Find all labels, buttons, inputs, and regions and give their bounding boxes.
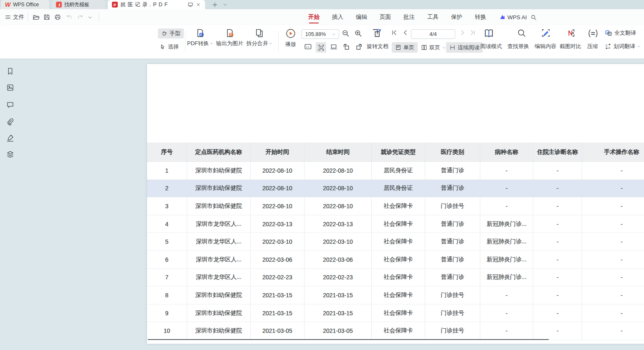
search-icon[interactable] [530,9,537,25]
new-tab-icon[interactable] [210,0,219,9]
table-cell: - [582,322,644,340]
wps-ai-button[interactable]: WPS AI [499,9,527,25]
undo-icon[interactable] [66,9,73,25]
menu-bar: 文件 开始 插入 编辑 页面 批注 工具 保护 转换 WPS AI [0,9,644,25]
play-button[interactable]: 播放 [282,28,299,48]
table-cell: 2022-03-10 [304,233,372,251]
first-page-icon[interactable] [391,29,398,36]
menu-tab-home[interactable]: 开始 [308,9,319,25]
tab-docer-templates[interactable]: 找稻壳模板 [52,0,105,9]
table-cell: 深圳市龙华区人... [187,215,251,233]
actual-size-button[interactable]: 1:1 [304,43,312,51]
menu-tab-convert[interactable]: 转换 [475,9,486,25]
column-header: 手术操作名称 [582,143,644,162]
bookmark-icon[interactable] [5,66,15,76]
rotate-pages-icon[interactable] [372,28,382,38]
menu-tab-edit[interactable]: 编辑 [356,9,367,25]
attachment-icon[interactable] [5,116,15,126]
table-cell: - [533,197,582,215]
zoom-out-icon[interactable] [342,29,350,37]
column-header: 医疗类别 [425,143,480,162]
chevron-down-icon [210,42,213,45]
menu-tab-annotate[interactable]: 批注 [403,9,415,25]
table-cell: - [582,304,644,322]
table-cell: 社会保障卡 [372,251,425,269]
fit-width-button[interactable] [316,42,326,53]
table-row: 4深圳市龙华区人...2022-03-132022-03-13社会保障卡普通门诊… [147,215,644,233]
redo-icon[interactable] [77,9,84,25]
split-merge-button[interactable]: 拆分合并 [246,28,273,47]
table-cell: - [480,286,533,304]
table-cell: - [533,269,582,287]
table-cell: - [582,180,644,198]
screenshot-compare-button[interactable]: 截图对比 [560,43,581,50]
table-cell: - [582,233,644,251]
pdf-page: 序号定点医药机构名称开始时间结束时间就诊凭证类型医疗类别病种名称住院主诊断名称手… [147,64,644,344]
thumbnail-icon[interactable] [5,82,15,92]
last-page-icon[interactable] [469,29,476,36]
double-page-button[interactable]: 双页 [421,42,446,53]
monitor-icon[interactable] [188,2,193,8]
table-cell: 2022-02-23 [304,269,372,287]
edit-content-button[interactable]: 编辑内容 [535,43,556,50]
page-number-input[interactable]: 4/4 [411,29,455,39]
column-header: 就诊凭证类型 [372,143,425,162]
continuous-reading-button[interactable]: 连续阅读 [446,42,483,53]
tab-wps-office[interactable]: W WPS Office [1,0,49,9]
svg-text:1:1: 1:1 [306,46,309,48]
reading-mode-button[interactable]: 阅读模式 [480,43,502,50]
compress-icon[interactable] [588,28,598,38]
screenshot-compare-icon[interactable] [566,28,576,38]
table-cell: 深圳市妇幼保健院 [187,322,251,340]
find-replace-button[interactable]: 查找替换 [507,43,529,50]
table-cell: 2021-03-15 [251,286,304,304]
table-cell: 深圳市妇幼保健院 [187,197,251,215]
table-row: 10深圳市妇幼保健院2021-03-052021-03-05社会保障卡门诊挂号-… [147,322,644,340]
table-cell: - [582,197,644,215]
tab-list-chevron-icon[interactable] [221,0,230,9]
table-cell: - [533,322,582,340]
select-tool-button[interactable]: 选择 [160,42,179,52]
more-actions-chevron-icon[interactable] [88,9,92,25]
zoom-in-icon[interactable] [354,29,362,37]
svg-text:文: 文 [605,44,608,47]
save-icon[interactable] [43,9,50,25]
wps-logo-icon: W [5,1,10,8]
find-replace-icon[interactable] [517,28,526,38]
pdf-convert-button[interactable]: W PDF转换 [186,28,214,47]
file-menu[interactable]: 文件 [5,9,24,25]
menu-tab-tools[interactable]: 工具 [427,9,439,25]
rotate-doc-button[interactable]: 旋转文档 [367,43,388,50]
read-mode-icon[interactable] [484,28,494,38]
open-file-icon[interactable] [33,9,40,25]
menu-tab-protect[interactable]: 保护 [451,9,462,25]
print-icon[interactable] [54,9,61,25]
compress-button[interactable]: 压缩 [587,43,598,50]
hand-tool-button[interactable]: 手型 [158,28,184,38]
edit-content-icon[interactable] [541,28,550,38]
menu-tab-insert[interactable]: 插入 [332,9,343,25]
table-cell: - [533,304,582,322]
previous-page-icon[interactable] [402,29,408,36]
rotate-left-icon[interactable] [342,43,350,51]
export-image-button[interactable]: 输出为图片 [215,28,244,47]
zoom-level-select[interactable]: 105.88% [302,29,339,39]
comment-icon[interactable] [5,100,15,110]
tab-document-active[interactable]: P 就医记录.PDF [108,0,205,9]
chevron-down-icon [332,33,335,36]
table-header-row: 序号定点医药机构名称开始时间结束时间就诊凭证类型医疗类别病种名称住院主诊断名称手… [147,143,644,162]
table-cell: 2022-02-23 [251,269,304,287]
single-page-button[interactable]: 单页 [392,42,418,53]
table-row: 3深圳市妇幼保健院2022-08-102022-08-10社会保障卡门诊挂号--… [147,197,644,215]
signature-icon[interactable] [5,133,15,143]
next-page-icon[interactable] [459,29,466,36]
word-translation-button[interactable]: 文A 划词翻译 [605,43,641,50]
close-tab-icon[interactable] [196,2,201,7]
menu-tab-page[interactable]: 页面 [380,9,391,25]
full-translation-button[interactable]: A文 全文翻译 [605,29,636,37]
table-cell: 2021-03-15 [304,304,372,322]
fit-page-button[interactable] [330,43,337,50]
rotate-right-icon[interactable] [355,43,363,51]
layers-icon[interactable] [5,149,15,159]
column-header: 开始时间 [251,143,304,162]
